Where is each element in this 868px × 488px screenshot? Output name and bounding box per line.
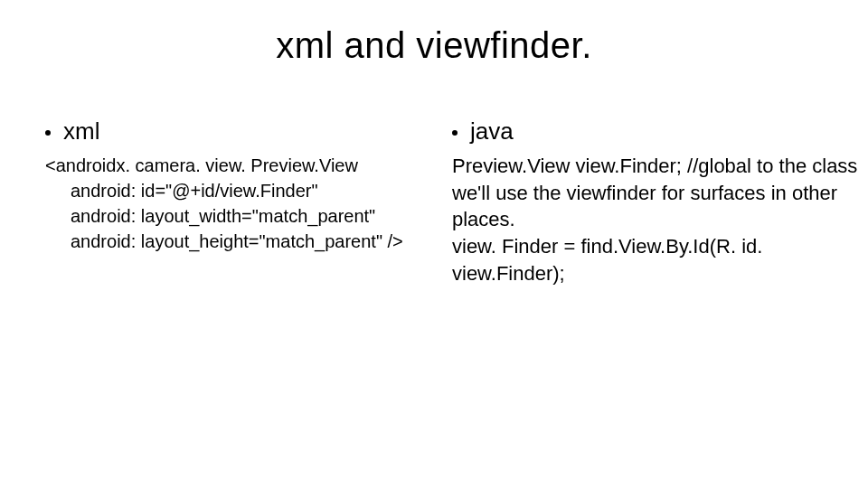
left-column: xml <androidx. camera. view. Preview.Vie…	[45, 117, 443, 286]
code-line: <androidx. camera. view. Preview.View	[45, 153, 443, 178]
body-line: Preview.View view.Finder; //global to th…	[452, 153, 868, 180]
body-line: we'll use the viewfinder for surfaces in…	[452, 180, 868, 233]
content-columns: xml <androidx. camera. view. Preview.Vie…	[45, 117, 832, 286]
code-line: android: layout_width="match_parent"	[45, 203, 443, 229]
code-line: android: id="@+id/view.Finder"	[45, 178, 443, 203]
java-body-block: Preview.View view.Finder; //global to th…	[452, 153, 868, 286]
xml-code-block: <androidx. camera. view. Preview.View an…	[45, 153, 443, 254]
left-heading-row: xml	[45, 117, 443, 145]
slide: xml and viewfinder. xml <androidx. camer…	[0, 0, 868, 488]
right-heading: java	[470, 117, 514, 145]
right-heading-row: java	[452, 117, 868, 145]
bullet-icon	[452, 130, 458, 136]
bullet-icon	[45, 130, 51, 136]
slide-title: xml and viewfinder.	[0, 25, 868, 66]
body-line: view. Finder = find.View.By.Id(R. id. vi…	[452, 233, 868, 286]
left-heading: xml	[63, 117, 99, 145]
right-column: java Preview.View view.Finder; //global …	[452, 117, 868, 286]
code-line: android: layout_height="match_parent" />	[45, 229, 443, 254]
